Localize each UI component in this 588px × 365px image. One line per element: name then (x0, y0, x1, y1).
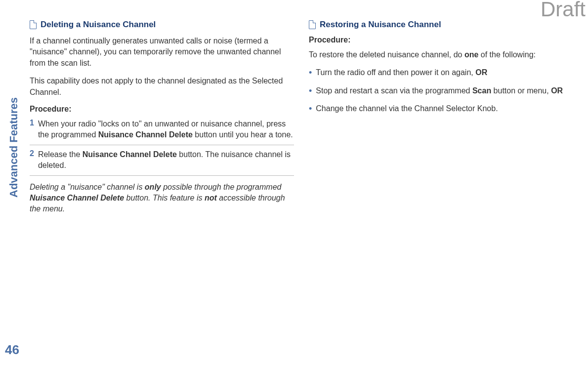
left-heading-text: Deleting a Nuisance Channel (41, 20, 156, 30)
left-procedure-label: Procedure: (30, 105, 294, 114)
document-icon (30, 20, 37, 29)
bullet-1-text: Turn the radio off and then power it on … (316, 67, 487, 78)
left-note: Deleting a "nuisance" channel is only po… (30, 182, 294, 215)
intro-after: of the following: (478, 50, 536, 59)
watermark: Draft (541, 0, 586, 21)
intro-before: To restore the deleted nuisance channel,… (309, 50, 464, 59)
note-b1: only (145, 183, 161, 191)
bullet-marker: • (309, 86, 312, 96)
right-heading-text: Restoring a Nuisance Channel (320, 20, 441, 30)
left-heading: Deleting a Nuisance Channel (30, 20, 294, 30)
bullet-2-text: Stop and restart a scan via the programm… (316, 85, 563, 96)
step-2-number: 2 (30, 149, 34, 171)
bullet-marker: • (309, 104, 312, 114)
bullet-1-before: Turn the radio off and then power it on … (316, 68, 475, 77)
bullet-1-bold-end: OR (475, 68, 487, 77)
step-2-before: Release the (38, 150, 83, 159)
bullet-1: • Turn the radio off and then power it o… (309, 67, 573, 78)
bullet-3: • Change the channel via the Channel Sel… (309, 103, 573, 114)
bullet-2-bold-end: OR (551, 86, 563, 95)
note-p2: possible through the programmed (161, 183, 282, 191)
bullet-3-text: Change the channel via the Channel Selec… (316, 103, 498, 114)
step-1-number: 1 (30, 119, 34, 141)
bullet-list: • Turn the radio off and then power it o… (309, 67, 573, 114)
note-p1: Deleting a "nuisance" channel is (30, 183, 145, 191)
step-2: 2 Release the Nuisance Channel Delete bu… (30, 149, 294, 176)
note-b2: Nuisance Channel Delete (30, 194, 124, 202)
bullet-2: • Stop and restart a scan via the progra… (309, 85, 573, 96)
bullet-3-before: Change the channel via the Channel Selec… (316, 104, 498, 113)
content-area: Deleting a Nuisance Channel If a channel… (0, 0, 588, 230)
bullet-2-bold-mid: Scan (472, 86, 491, 95)
step-2-bold: Nuisance Channel Delete (83, 150, 177, 159)
left-column: Deleting a Nuisance Channel If a channel… (30, 20, 294, 215)
section-vertical-label: Advanced Features (7, 97, 20, 198)
step-2-text: Release the Nuisance Channel Delete butt… (38, 149, 294, 171)
bullet-2-mid: button or menu, (491, 86, 551, 95)
bullet-2-before: Stop and restart a scan via the programm… (316, 86, 472, 95)
left-para-2: This capability does not apply to the ch… (30, 76, 294, 98)
intro-bold: one (464, 50, 478, 59)
step-1-text: When your radio "locks on to" an unwante… (38, 119, 294, 141)
right-heading: Restoring a Nuisance Channel (309, 20, 573, 30)
right-intro: To restore the deleted nuisance channel,… (309, 49, 573, 60)
page-number: 46 (5, 342, 19, 358)
bullet-marker: • (309, 68, 312, 78)
document-icon (309, 20, 316, 29)
right-procedure-label: Procedure: (309, 36, 573, 44)
note-b3: not (205, 194, 217, 202)
right-column: Restoring a Nuisance Channel Procedure: … (309, 20, 573, 215)
note-p3: button. This feature is (124, 194, 205, 202)
step-1-after: button until you hear a tone. (193, 130, 293, 139)
left-para-1: If a channel continually generates unwan… (30, 36, 294, 69)
step-1: 1 When your radio "locks on to" an unwan… (30, 119, 294, 145)
step-1-bold: Nuisance Channel Delete (98, 130, 193, 139)
